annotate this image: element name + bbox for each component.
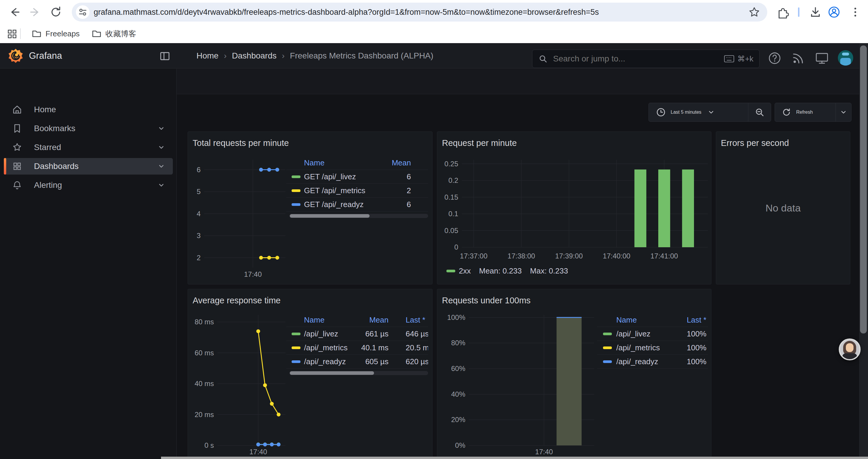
panel-title[interactable]: Total requests per minute — [193, 138, 289, 148]
extensions-icon[interactable] — [775, 5, 789, 19]
panel-title[interactable]: Errors per second — [721, 138, 789, 148]
breadcrumb: Home › Dashboards › Freeleaps Metrics Da… — [196, 43, 433, 68]
download-icon[interactable] — [809, 5, 822, 19]
series-swatch — [291, 333, 301, 335]
total-requests-chart[interactable]: 6543217:40 — [192, 154, 286, 281]
panel-requests-under-100ms: Requests under 100ms 100%80%60%40%20%0%1… — [437, 289, 711, 459]
sidebar-item-label: Home — [34, 105, 173, 114]
chevron-down-icon[interactable] — [157, 182, 165, 189]
series-name: GET /api/_metrics — [304, 184, 366, 197]
legend-row[interactable]: /api/_metrics 100% — [597, 341, 708, 355]
breadcrumb-dashboards[interactable]: Dashboards — [232, 51, 277, 61]
legend-col-last[interactable]: Last * — [668, 314, 706, 327]
monitor-icon[interactable] — [814, 51, 830, 66]
under-100ms-chart[interactable]: 100%80%60%40%20%0%17:40 — [442, 310, 595, 459]
grafana-top-nav: Grafana Home › Dashboards › Freeleaps Me… — [0, 43, 868, 68]
page-scrollbar[interactable] — [859, 43, 868, 459]
time-range-picker[interactable]: Last 5 minutes — [649, 103, 748, 121]
sidebar-item-home[interactable]: Home — [4, 101, 173, 118]
legend-row[interactable]: /api/_metrics 40.1 ms 20.5 ms — [286, 341, 428, 355]
svg-text:0.1: 0.1 — [448, 210, 458, 218]
svg-text:0: 0 — [454, 243, 458, 251]
panel-title[interactable]: Requests under 100ms — [442, 296, 531, 305]
help-icon[interactable] — [767, 51, 782, 66]
legend-col-name[interactable]: Name — [616, 314, 637, 327]
series-last: 100% — [668, 341, 706, 355]
svg-text:0%: 0% — [455, 441, 465, 449]
legend-row[interactable]: /api/_readyz 605 µs 620 µs — [286, 355, 428, 369]
legend-row[interactable]: /api/_livez 661 µs 646 µs — [286, 327, 428, 341]
legend-col-mean[interactable]: Mean — [367, 156, 411, 169]
grafana-app: Grafana Home › Dashboards › Freeleaps Me… — [0, 43, 868, 459]
chevron-down-icon[interactable] — [157, 125, 165, 132]
legend-col-last[interactable]: Last * — [406, 314, 428, 327]
refresh-icon — [781, 107, 792, 117]
site-settings-icon[interactable] — [76, 5, 90, 19]
bookmark-star-icon[interactable] — [748, 6, 761, 19]
series-swatch — [291, 189, 301, 192]
profile-icon[interactable] — [827, 5, 841, 19]
sidebar-item-alerting[interactable]: Alerting — [4, 177, 173, 193]
series-name: /api/_livez — [616, 327, 651, 340]
sidebar-item-bookmarks[interactable]: Bookmarks — [4, 120, 173, 137]
sidebar-item-dashboards[interactable]: Dashboards — [4, 158, 173, 174]
search-box[interactable]: ⌘+k — [532, 50, 760, 68]
chevron-down-icon — [707, 108, 715, 116]
legend-row[interactable]: /api/_readyz 100% — [597, 355, 708, 369]
legend-scrollbar[interactable] — [289, 214, 428, 218]
scrollbar-thumb[interactable] — [860, 45, 867, 333]
breadcrumb-home[interactable]: Home — [196, 51, 219, 61]
panel-avg-response-time: Average response time 80 ms60 ms40 ms20 … — [188, 289, 433, 459]
legend-scrollbar[interactable] — [289, 371, 428, 375]
chevron-down-icon[interactable] — [157, 143, 165, 151]
avg-response-time-chart[interactable]: 80 ms60 ms40 ms20 ms0 s17:40 — [192, 310, 286, 459]
sidebar-collapse-icon[interactable] — [159, 50, 171, 62]
sidebar-item-label: Dashboards — [34, 162, 157, 171]
apps-grid-icon[interactable] — [6, 28, 18, 40]
refresh-button[interactable]: Refresh — [775, 103, 836, 121]
series-name: /api/_metrics — [616, 341, 660, 355]
series-mean: 661 µs — [344, 327, 389, 340]
svg-text:0.15: 0.15 — [444, 193, 458, 201]
legend-col-name[interactable]: Name — [304, 314, 324, 327]
reload-icon[interactable] — [49, 5, 63, 19]
svg-text:17:40: 17:40 — [535, 448, 553, 456]
legend-col-mean[interactable]: Mean — [344, 314, 389, 327]
sidebar-item-starred[interactable]: Starred — [4, 139, 173, 156]
browser-menu-icon[interactable] — [848, 5, 862, 19]
series-mean: 2 — [367, 184, 411, 197]
assistant-avatar[interactable] — [839, 338, 861, 360]
series-name[interactable]: 2xx — [459, 266, 471, 275]
user-avatar[interactable] — [838, 50, 853, 66]
home-icon — [12, 104, 22, 114]
bookmark-folder-freeleaps[interactable]: Freeleaps — [27, 27, 84, 40]
brand-name[interactable]: Grafana — [29, 51, 62, 61]
url-bar[interactable]: grafana.mathmast.com/d/deytv4rwavabkb/fr… — [72, 3, 767, 22]
request-per-minute-chart[interactable]: 0.250.20.150.10.05017:37:0017:38:0017:39… — [442, 154, 709, 263]
zoom-out-button[interactable] — [748, 103, 771, 121]
svg-text:0 s: 0 s — [205, 441, 214, 449]
svg-text:60%: 60% — [451, 364, 465, 372]
svg-text:0.05: 0.05 — [444, 227, 458, 234]
legend-row[interactable]: GET /api/_metrics 2 — [286, 184, 428, 198]
legend-inline: 2xx Mean: 0.233 Max: 0.233 — [446, 266, 577, 275]
legend-col-name[interactable]: Name — [304, 156, 324, 169]
legend-table: Name Mean Last * /api/_livez 661 µs 646 … — [286, 314, 428, 369]
chevron-down-icon[interactable] — [157, 162, 165, 170]
panel-title[interactable]: Average response time — [193, 296, 281, 305]
breadcrumb-separator: › — [219, 51, 232, 61]
legend-row[interactable]: GET /api/_readyz 6 — [286, 198, 428, 211]
forward-icon[interactable] — [28, 5, 42, 19]
svg-text:2: 2 — [197, 254, 200, 262]
svg-text:17:40: 17:40 — [249, 448, 267, 456]
back-icon[interactable] — [8, 5, 21, 19]
refresh-interval-button[interactable] — [836, 103, 851, 121]
legend-row[interactable]: GET /api/_livez 6 — [286, 170, 428, 184]
news-rss-icon[interactable] — [790, 51, 806, 66]
legend-row[interactable]: /api/_livez 100% — [597, 327, 708, 341]
bookmark-folder-blogs[interactable]: 收藏博客 — [87, 27, 140, 40]
series-swatch — [603, 333, 612, 335]
search-input[interactable] — [553, 54, 724, 64]
panel-title[interactable]: Request per minute — [442, 138, 517, 148]
grafana-logo[interactable] — [8, 48, 24, 64]
